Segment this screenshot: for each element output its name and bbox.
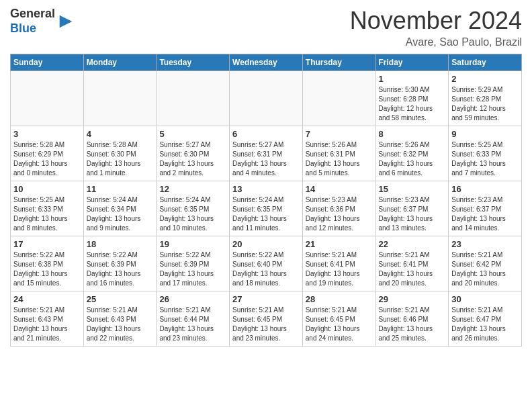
day-number: 9 (451, 129, 519, 139)
day-number: 20 (232, 239, 300, 249)
day-info: Sunrise: 5:23 AMSunset: 6:37 PMDaylight:… (451, 195, 519, 233)
calendar-cell: 7Sunrise: 5:26 AMSunset: 6:31 PMDaylight… (302, 126, 375, 181)
day-number: 18 (87, 239, 154, 249)
calendar-cell: 26Sunrise: 5:21 AMSunset: 6:44 PMDayligh… (157, 291, 230, 347)
day-number: 11 (87, 184, 154, 194)
day-number: 3 (13, 129, 81, 139)
day-number: 10 (13, 184, 81, 194)
day-number: 15 (379, 184, 446, 194)
calendar-cell: 23Sunrise: 5:21 AMSunset: 6:42 PMDayligh… (449, 236, 522, 291)
calendar-body: 1Sunrise: 5:30 AMSunset: 6:28 PMDaylight… (11, 71, 522, 347)
calendar-week-row: 1Sunrise: 5:30 AMSunset: 6:28 PMDaylight… (11, 71, 522, 126)
calendar-week-row: 10Sunrise: 5:25 AMSunset: 6:33 PMDayligh… (11, 181, 522, 236)
day-number: 25 (87, 294, 154, 304)
day-info: Sunrise: 5:23 AMSunset: 6:36 PMDaylight:… (306, 195, 373, 233)
day-number: 17 (13, 239, 81, 249)
day-info: Sunrise: 5:22 AMSunset: 6:39 PMDaylight:… (87, 250, 154, 288)
logo-blue: Blue (10, 21, 36, 35)
day-number: 7 (306, 129, 373, 139)
month-title: November 2024 (350, 7, 522, 35)
day-info: Sunrise: 5:30 AMSunset: 6:28 PMDaylight:… (379, 85, 446, 123)
day-info: Sunrise: 5:23 AMSunset: 6:37 PMDaylight:… (379, 195, 446, 233)
calendar-cell: 30Sunrise: 5:21 AMSunset: 6:47 PMDayligh… (449, 291, 522, 347)
day-info: Sunrise: 5:22 AMSunset: 6:38 PMDaylight:… (13, 250, 81, 288)
day-info: Sunrise: 5:28 AMSunset: 6:30 PMDaylight:… (87, 140, 154, 178)
day-info: Sunrise: 5:21 AMSunset: 6:43 PMDaylight:… (87, 306, 154, 343)
day-info: Sunrise: 5:21 AMSunset: 6:41 PMDaylight:… (379, 250, 446, 288)
header-tuesday: Tuesday (157, 54, 230, 71)
calendar-cell: 19Sunrise: 5:22 AMSunset: 6:39 PMDayligh… (157, 236, 230, 291)
header-monday: Monday (83, 54, 157, 71)
day-info: Sunrise: 5:24 AMSunset: 6:34 PMDaylight:… (87, 195, 154, 233)
day-info: Sunrise: 5:25 AMSunset: 6:33 PMDaylight:… (451, 140, 519, 178)
day-number: 22 (379, 239, 446, 249)
day-number: 8 (379, 129, 446, 139)
day-info: Sunrise: 5:21 AMSunset: 6:43 PMDaylight:… (13, 306, 81, 343)
header-saturday: Saturday (449, 54, 522, 71)
page-header: General Blue November 2024 Avare, Sao Pa… (10, 7, 522, 48)
day-number: 4 (87, 129, 154, 139)
calendar-cell: 9Sunrise: 5:25 AMSunset: 6:33 PMDaylight… (449, 126, 522, 181)
logo-arrow-icon (56, 12, 75, 31)
day-number: 30 (451, 294, 519, 304)
day-number: 26 (159, 294, 226, 304)
calendar-cell: 18Sunrise: 5:22 AMSunset: 6:39 PMDayligh… (83, 236, 157, 291)
day-info: Sunrise: 5:24 AMSunset: 6:35 PMDaylight:… (232, 195, 300, 233)
day-info: Sunrise: 5:27 AMSunset: 6:31 PMDaylight:… (232, 140, 300, 178)
calendar-cell: 13Sunrise: 5:24 AMSunset: 6:35 PMDayligh… (230, 181, 303, 236)
day-info: Sunrise: 5:21 AMSunset: 6:41 PMDaylight:… (306, 250, 373, 288)
calendar-cell: 3Sunrise: 5:28 AMSunset: 6:29 PMDaylight… (11, 126, 84, 181)
day-info: Sunrise: 5:21 AMSunset: 6:46 PMDaylight:… (379, 306, 446, 343)
weekday-header-row: Sunday Monday Tuesday Wednesday Thursday… (11, 54, 522, 71)
day-info: Sunrise: 5:27 AMSunset: 6:30 PMDaylight:… (159, 140, 226, 178)
calendar-cell: 10Sunrise: 5:25 AMSunset: 6:33 PMDayligh… (11, 181, 84, 236)
day-info: Sunrise: 5:21 AMSunset: 6:45 PMDaylight:… (232, 306, 300, 343)
calendar-cell (83, 71, 157, 126)
logo-text: General Blue (10, 7, 55, 36)
day-info: Sunrise: 5:22 AMSunset: 6:40 PMDaylight:… (232, 250, 300, 288)
day-info: Sunrise: 5:25 AMSunset: 6:33 PMDaylight:… (13, 195, 81, 233)
day-number: 19 (159, 239, 226, 249)
day-info: Sunrise: 5:21 AMSunset: 6:42 PMDaylight:… (451, 250, 519, 288)
day-number: 21 (306, 239, 373, 249)
header-friday: Friday (375, 54, 449, 71)
calendar-cell: 12Sunrise: 5:24 AMSunset: 6:35 PMDayligh… (157, 181, 230, 236)
calendar-week-row: 17Sunrise: 5:22 AMSunset: 6:38 PMDayligh… (11, 236, 522, 291)
calendar-table: Sunday Monday Tuesday Wednesday Thursday… (10, 54, 522, 347)
calendar-cell: 11Sunrise: 5:24 AMSunset: 6:34 PMDayligh… (83, 181, 157, 236)
calendar-cell: 15Sunrise: 5:23 AMSunset: 6:37 PMDayligh… (375, 181, 449, 236)
calendar-week-row: 24Sunrise: 5:21 AMSunset: 6:43 PMDayligh… (11, 291, 522, 347)
day-info: Sunrise: 5:28 AMSunset: 6:29 PMDaylight:… (13, 140, 81, 178)
calendar-cell: 20Sunrise: 5:22 AMSunset: 6:40 PMDayligh… (230, 236, 303, 291)
day-number: 6 (232, 129, 300, 139)
day-number: 16 (451, 184, 519, 194)
calendar-cell: 29Sunrise: 5:21 AMSunset: 6:46 PMDayligh… (375, 291, 449, 347)
calendar-cell: 4Sunrise: 5:28 AMSunset: 6:30 PMDaylight… (83, 126, 157, 181)
day-info: Sunrise: 5:26 AMSunset: 6:31 PMDaylight:… (306, 140, 373, 178)
calendar-cell (230, 71, 303, 126)
day-info: Sunrise: 5:22 AMSunset: 6:39 PMDaylight:… (159, 250, 226, 288)
logo-general: General (10, 7, 55, 20)
day-number: 13 (232, 184, 300, 194)
calendar-cell (11, 71, 84, 126)
calendar-week-row: 3Sunrise: 5:28 AMSunset: 6:29 PMDaylight… (11, 126, 522, 181)
calendar-cell: 27Sunrise: 5:21 AMSunset: 6:45 PMDayligh… (230, 291, 303, 347)
calendar-cell: 16Sunrise: 5:23 AMSunset: 6:37 PMDayligh… (449, 181, 522, 236)
header-thursday: Thursday (302, 54, 375, 71)
day-info: Sunrise: 5:21 AMSunset: 6:44 PMDaylight:… (159, 306, 226, 343)
day-number: 5 (159, 129, 226, 139)
day-number: 27 (232, 294, 300, 304)
header-wednesday: Wednesday (230, 54, 303, 71)
calendar-cell: 2Sunrise: 5:29 AMSunset: 6:28 PMDaylight… (449, 71, 522, 126)
calendar-cell (302, 71, 375, 126)
day-number: 1 (379, 74, 446, 84)
calendar-cell: 22Sunrise: 5:21 AMSunset: 6:41 PMDayligh… (375, 236, 449, 291)
day-number: 24 (13, 294, 81, 304)
day-info: Sunrise: 5:29 AMSunset: 6:28 PMDaylight:… (451, 85, 519, 123)
calendar-cell: 6Sunrise: 5:27 AMSunset: 6:31 PMDaylight… (230, 126, 303, 181)
calendar-cell: 21Sunrise: 5:21 AMSunset: 6:41 PMDayligh… (302, 236, 375, 291)
header-sunday: Sunday (11, 54, 84, 71)
calendar-cell: 28Sunrise: 5:21 AMSunset: 6:45 PMDayligh… (302, 291, 375, 347)
day-number: 29 (379, 294, 446, 304)
calendar-cell: 8Sunrise: 5:26 AMSunset: 6:32 PMDaylight… (375, 126, 449, 181)
